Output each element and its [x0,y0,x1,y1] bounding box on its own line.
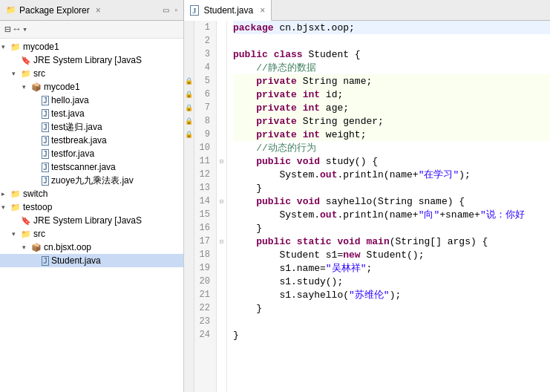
line-number: 11 [194,154,213,168]
line-number: 19 [194,261,213,275]
expand-icon-src-mycode1[interactable]: ▾ [12,70,21,77]
node-icon-jre-mycode1: 🔖 [21,56,31,65]
explorer-toolbar: ⊟ ↔ ▾ [0,21,183,39]
student-java-tab[interactable]: J Student.java × [184,0,272,21]
view-menu-button[interactable]: ▾ [22,24,27,34]
code-line: public class Student { [233,48,550,61]
tree-item-test-java[interactable]: Jtest.java [0,107,183,120]
code-line: private String gender; [233,114,550,128]
tree-item-jre-mycode1[interactable]: 🔖JRE System Library [JavaS [0,53,183,67]
node-label-jre-mycode1: JRE System Library [JavaS [33,55,142,65]
line-numbers: 123456789101112131415161718192021222324 [194,21,217,392]
node-label-zuoye-java: zuoye九九乘法表.jav [51,174,134,187]
tree-item-mycode1-root[interactable]: ▾📁mycode1 [0,40,183,53]
fold-button[interactable]: ⊟ [217,195,226,208]
node-icon-src-mycode1: 📁 [21,69,31,79]
code-line: private int id; [233,88,550,101]
student-java-tab-close[interactable]: × [260,5,265,16]
java-file-icon: J [190,5,199,16]
code-line: package cn.bjsxt.oop; [233,21,550,34]
line-number: 22 [194,301,213,315]
node-label-student-java: Student.java [51,255,101,266]
tree-item-test-digui-java[interactable]: Jtest递归.java [0,120,183,134]
code-line: private String name; [233,74,550,88]
node-icon-src-testoop: 📁 [21,229,31,239]
node-icon-testfor-java: J [42,149,49,159]
line-number: 6 [194,88,213,101]
code-line [233,315,550,328]
expand-icon-mycode1-root[interactable]: ▾ [1,43,10,50]
node-label-testbreak-java: testbreak.java [51,135,107,146]
code-line: s1.study(); [233,275,550,288]
student-java-tab-label: Student.java [204,5,254,16]
tree-item-mycode1-pkg[interactable]: ▾📦mycode1 [0,80,183,94]
code-line: } [233,328,550,342]
line-number: 14 [194,195,213,208]
node-icon-mycode1-pkg: 📦 [31,82,42,92]
node-icon-jre-testoop: 🔖 [21,216,31,226]
fold-button[interactable]: ⊟ [217,235,226,248]
package-explorer-tab[interactable]: 📁 Package Explorer × ▭ ▫ [0,0,184,20]
code-line: private int age; [233,101,550,114]
tree-item-student-java[interactable]: JStudent.java [0,254,183,267]
node-icon-test-java: J [42,109,49,119]
node-icon-test-digui-java: J [42,122,49,132]
code-line: //动态的行为 [233,141,550,154]
fold-button[interactable]: ⊟ [217,154,226,168]
expand-icon-testoop-root[interactable]: ▾ [1,203,10,211]
code-line: private int weight; [233,128,550,141]
line-number: 16 [194,221,213,235]
tree-item-testscanner-java[interactable]: Jtestscanner.java [0,160,183,174]
line-number: 10 [194,141,213,154]
tree-item-testfor-java[interactable]: Jtestfor.java [0,147,183,160]
code-line: System.out.println(name+"在学习"); [233,168,550,181]
tree-item-switch-root[interactable]: ▸📁switch [0,187,183,200]
line-number: 8 [194,114,213,128]
tree-item-jre-testoop[interactable]: 🔖JRE System Library [JavaS [0,214,183,227]
node-label-cn-bjsxt-oop: cn.bjsxt.oop [44,242,91,252]
expand-icon-src-testoop[interactable]: ▾ [12,230,21,238]
code-line: public static void main(String[] args) { [233,235,550,248]
node-icon-mycode1-root: 📁 [10,42,21,52]
fold-indicators: ⊟⊟⊟ [217,21,227,392]
link-editor-button[interactable]: ↔ [13,24,19,35]
package-explorer-icon: 📁 [6,5,16,15]
tree-item-hello-java[interactable]: Jhello.java [0,94,183,107]
code-line: //静态的数据 [233,61,550,74]
package-explorer-tree: ▾📁mycode1 🔖JRE System Library [JavaS▾📁sr… [0,39,183,392]
line-number: 17 [194,235,213,248]
node-label-testoop-root: testoop [23,202,52,212]
editor-gutter: 🔒🔒🔒🔒🔒 [184,21,194,392]
tree-item-testbreak-java[interactable]: Jtestbreak.java [0,134,183,147]
expand-icon-cn-bjsxt-oop[interactable]: ▾ [22,244,31,251]
code-lines[interactable]: package cn.bjsxt.oop;public class Studen… [227,21,550,392]
line-number: 1 [194,21,213,34]
code-line: } [233,221,550,235]
code-line: s1.sayhello("苏维伦"); [233,288,550,301]
code-line: public void sayhello(String sname) { [233,195,550,208]
editor-panel: 🔒🔒🔒🔒🔒12345678910111213141516171819202122… [184,21,550,392]
node-icon-hello-java: J [42,96,49,105]
node-label-src-testoop: src [33,229,45,239]
tree-item-src-mycode1[interactable]: ▾📁src [0,67,183,80]
code-line: Student s1=new Student(); [233,248,550,261]
maximize-icon[interactable]: ▫ [174,6,177,14]
code-line: System.out.println(name+"向"+sname+"说：你好 [233,208,550,221]
tree-item-zuoye-java[interactable]: Jzuoye九九乘法表.jav [0,174,183,187]
node-icon-switch-root: 📁 [10,189,21,199]
node-icon-testbreak-java: J [42,136,49,146]
tree-item-testoop-root[interactable]: ▾📁testoop [0,200,183,214]
line-number: 9 [194,128,213,141]
package-explorer-panel: ⊟ ↔ ▾ ▾📁mycode1 🔖JRE System Library [Jav… [0,21,184,392]
expand-icon-mycode1-pkg[interactable]: ▾ [22,83,31,91]
minimize-icon[interactable]: ▭ [163,6,169,14]
expand-icon-switch-root[interactable]: ▸ [1,190,10,197]
line-number: 24 [194,328,213,342]
node-icon-zuoye-java: J [42,176,49,186]
tree-item-cn-bjsxt-oop[interactable]: ▾📦cn.bjsxt.oop [0,241,183,254]
package-explorer-tab-close[interactable]: × [96,5,101,16]
tree-item-src-testoop[interactable]: ▾📁src [0,227,183,241]
line-number: 21 [194,288,213,301]
line-number: 23 [194,315,213,328]
collapse-all-button[interactable]: ⊟ [4,23,10,36]
